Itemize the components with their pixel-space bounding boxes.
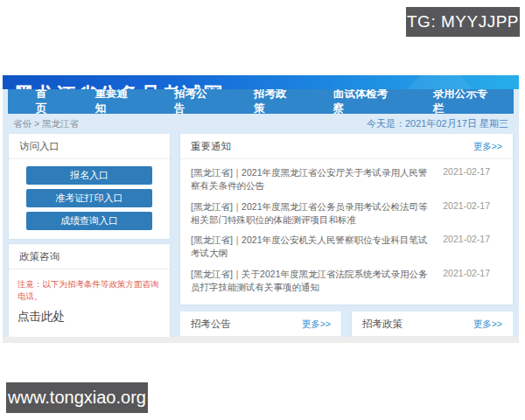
bottom-cards-row: 招考公告 更多>> 招考政策 更多>> bbox=[180, 312, 513, 337]
notice-date: 2021-02-17 bbox=[443, 234, 490, 244]
nav-item-hiring-publicity[interactable]: 录用公示专栏 bbox=[414, 89, 514, 114]
notice-title[interactable]: [黑龙江省]｜2021年度黑龙江省公务员录用考试公检法司等相关部门特殊职位的体能… bbox=[191, 200, 432, 227]
main-nav: 首页 重要通知 招考公告 招考政策 面试体检考察 录用公示专栏 bbox=[8, 89, 514, 114]
webpage-screenshot: 黑龙江省公务员考试网 公平考试 严格考察 平等竞争 择优录取 首页 重要通知 招… bbox=[3, 75, 519, 343]
policies-more-link[interactable]: 更多>> bbox=[473, 318, 502, 331]
recruit-policies-card: 招考政策 更多>> bbox=[352, 312, 513, 337]
right-column: 重要通知 更多>> [黑龙江省]｜2021年度黑龙江省公安厅关于考试录用人民警察… bbox=[180, 134, 513, 337]
list-item[interactable]: [黑龙江省]｜2021年度公安机关人民警察职位专业科目笔试考试大纲 2021-0… bbox=[180, 230, 513, 263]
notice-date: 2021-02-17 bbox=[443, 200, 490, 211]
notice-list: [黑龙江省]｜2021年度黑龙江省公安厅关于考试录用人民警察有关条件的公告 20… bbox=[180, 159, 513, 304]
site-header-banner: 黑龙江省公务员考试网 公平考试 严格考察 平等竞争 择优录取 bbox=[3, 75, 519, 89]
announcements-card-title: 招考公告 bbox=[191, 318, 231, 331]
nav-item-home[interactable]: 首页 bbox=[17, 89, 75, 114]
policy-notice-text: 注意：以下为招考条件等政策方面咨询电话。 bbox=[9, 270, 170, 305]
banner-decoration bbox=[403, 75, 478, 89]
policies-card-title: 招考政策 bbox=[362, 318, 402, 331]
notice-date: 2021-02-17 bbox=[443, 166, 490, 177]
register-entrance-button[interactable]: 报名入口 bbox=[26, 166, 152, 185]
important-notices-card: 重要通知 更多>> [黑龙江省]｜2021年度黑龙江省公安厅关于考试录用人民警察… bbox=[180, 134, 513, 304]
notice-date: 2021-02-17 bbox=[443, 268, 490, 278]
screenshot-bottom-strip bbox=[3, 337, 519, 343]
recruit-announcements-card: 招考公告 更多>> bbox=[180, 312, 341, 337]
screenshot-stage: TG: MYYJJPP 黑龙江省公务员考试网 公平考试 严格考察 平等竞争 择优… bbox=[0, 0, 525, 420]
access-card-header: 访问入口 bbox=[9, 134, 170, 159]
entrance-buttons: 报名入口 准考证打印入口 成绩查询入口 bbox=[9, 159, 170, 239]
list-item[interactable]: [黑龙江省]｜2021年度黑龙江省公务员录用考试公检法司等相关部门特殊职位的体能… bbox=[180, 197, 513, 230]
watermark-badge: www.tongxiao.org bbox=[6, 382, 148, 413]
policy-consult-card: 政策咨询 注意：以下为招考条件等政策方面咨询电话。 点击此处 bbox=[9, 244, 170, 337]
nav-item-recruit-policies[interactable]: 招考政策 bbox=[234, 89, 314, 114]
policies-card-header: 招考政策 更多>> bbox=[352, 312, 513, 337]
nav-item-recruit-announcements[interactable]: 招考公告 bbox=[155, 89, 234, 114]
access-card-title: 访问入口 bbox=[19, 140, 60, 153]
content-columns: 访问入口 报名入口 准考证打印入口 成绩查询入口 政策咨询 注意：以下为招考条件… bbox=[3, 134, 519, 337]
click-here-link[interactable]: 点击此处 bbox=[9, 305, 170, 328]
breadcrumb[interactable]: 省份 > 黑龙江省 bbox=[13, 118, 79, 130]
nav-item-interview-medical[interactable]: 面试体检考察 bbox=[314, 89, 414, 114]
list-item[interactable]: [黑龙江省]｜关于2021年度黑龙江省法院系统考试录用公务员打字技能测试有关事项… bbox=[180, 264, 513, 298]
announcements-card-header: 招考公告 更多>> bbox=[180, 312, 341, 337]
today-date: 今天是：2021年02月17日 星期三 bbox=[367, 117, 508, 130]
access-entrance-card: 访问入口 报名入口 准考证打印入口 成绩查询入口 bbox=[9, 134, 170, 239]
left-column: 访问入口 报名入口 准考证打印入口 成绩查询入口 政策咨询 注意：以下为招考条件… bbox=[9, 134, 170, 337]
notices-card-title: 重要通知 bbox=[191, 140, 231, 153]
notices-card-header: 重要通知 更多>> bbox=[180, 134, 513, 159]
policy-card-header: 政策咨询 bbox=[9, 244, 170, 270]
announcements-more-link[interactable]: 更多>> bbox=[302, 318, 331, 331]
notice-title[interactable]: [黑龙江省]｜关于2021年度黑龙江省法院系统考试录用公务员打字技能测试有关事项… bbox=[191, 268, 432, 294]
tg-contact-badge: TG: MYYJJPP bbox=[406, 7, 520, 37]
breadcrumb-row: 省份 > 黑龙江省 今天是：2021年02月17日 星期三 bbox=[3, 114, 519, 134]
nav-item-important-notices[interactable]: 重要通知 bbox=[75, 89, 155, 114]
score-query-button[interactable]: 成绩查询入口 bbox=[26, 212, 152, 230]
notices-more-link[interactable]: 更多>> bbox=[473, 141, 502, 153]
notice-title[interactable]: [黑龙江省]｜2021年度公安机关人民警察职位专业科目笔试考试大纲 bbox=[191, 234, 432, 260]
notice-title[interactable]: [黑龙江省]｜2021年度黑龙江省公安厅关于考试录用人民警察有关条件的公告 bbox=[191, 166, 432, 192]
admission-ticket-print-button[interactable]: 准考证打印入口 bbox=[26, 189, 152, 207]
policy-card-title: 政策咨询 bbox=[19, 250, 60, 263]
list-item[interactable]: [黑龙江省]｜2021年度黑龙江省公安厅关于考试录用人民警察有关条件的公告 20… bbox=[180, 163, 513, 196]
page-body: 省份 > 黑龙江省 今天是：2021年02月17日 星期三 访问入口 报名入口 … bbox=[3, 114, 519, 343]
